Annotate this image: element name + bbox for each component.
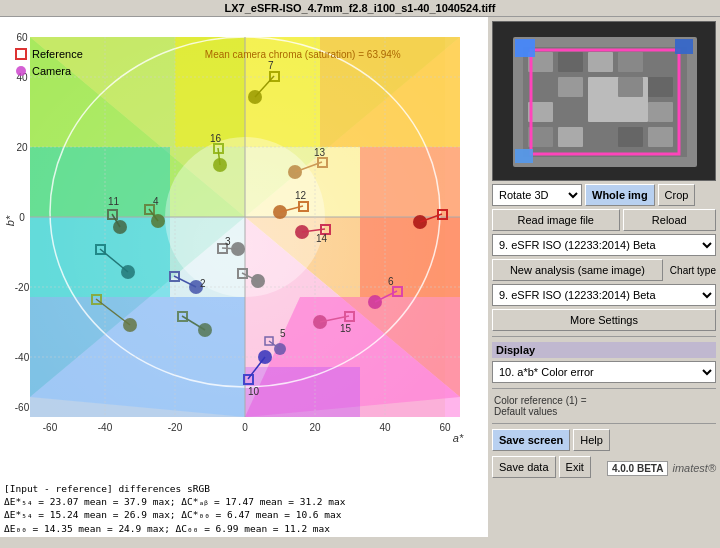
save-exit-buttons: Save data Exit <box>492 456 591 478</box>
new-analysis-row: New analysis (same image) Chart type <box>492 259 716 281</box>
imatest-logo: imatest® <box>672 462 716 474</box>
svg-text:6: 6 <box>388 276 394 287</box>
svg-rect-128 <box>558 102 583 122</box>
svg-text:15: 15 <box>340 323 352 334</box>
svg-rect-126 <box>648 77 673 97</box>
svg-rect-137 <box>675 39 693 54</box>
svg-text:13: 13 <box>314 147 326 158</box>
svg-rect-123 <box>558 77 583 97</box>
svg-marker-12 <box>360 147 460 297</box>
svg-line-75 <box>222 248 238 249</box>
svg-rect-119 <box>588 52 613 72</box>
window-title: LX7_eSFR-ISO_4.7mm_f2.8_i100_s1-40_10405… <box>225 2 496 14</box>
svg-rect-118 <box>558 52 583 72</box>
svg-text:b*: b* <box>4 215 16 226</box>
svg-text:10: 10 <box>248 386 260 397</box>
mean-chroma-text: Mean camera chroma (saturation) = 63.94% <box>205 49 401 60</box>
whole-img-button[interactable]: Whole img <box>585 184 655 206</box>
preview-image <box>492 21 716 181</box>
svg-text:20: 20 <box>309 422 321 433</box>
legend-camera-label: Camera <box>32 65 71 77</box>
svg-text:3: 3 <box>225 236 231 247</box>
svg-point-113 <box>16 66 26 76</box>
chart-type-select[interactable]: 9. eSFR ISO (12233:2014) Beta <box>492 284 716 306</box>
logo-section: 4.0.0 BETA imatest® <box>607 461 716 476</box>
help-button[interactable]: Help <box>573 429 610 451</box>
crop-button[interactable]: Crop <box>658 184 696 206</box>
chart-type-label: Chart type <box>670 265 716 276</box>
display-select[interactable]: 10. a*b* Color error <box>492 361 716 383</box>
view-controls-row: Rotate 3D Whole img Crop <box>492 184 716 206</box>
color-chart-svg: -60 -40 -20 0 20 40 60 a* 0 20 40 60 -20… <box>0 17 488 477</box>
analysis-select[interactable]: 9. eSFR ISO (12233:2014) Beta <box>492 234 716 256</box>
svg-text:-40: -40 <box>15 352 30 363</box>
version-badge: 4.0.0 BETA <box>607 461 669 476</box>
svg-text:14: 14 <box>316 233 328 244</box>
svg-text:0: 0 <box>19 212 25 223</box>
svg-text:5: 5 <box>280 328 286 339</box>
read-image-button[interactable]: Read image file <box>492 209 620 231</box>
svg-text:60: 60 <box>16 32 28 43</box>
svg-rect-131 <box>558 127 583 147</box>
svg-rect-132 <box>588 127 613 147</box>
color-ref-text: Color reference (1) = Default values <box>492 394 716 418</box>
svg-marker-14 <box>245 367 360 417</box>
legend-reference-label: Reference <box>32 48 83 60</box>
bottom-buttons-row: Save screen Help <box>492 429 716 451</box>
svg-text:16: 16 <box>210 133 222 144</box>
exit-row: Save data Exit 4.0.0 BETA imatest® <box>492 456 716 478</box>
stats-area: [Input - reference] differences sRGB ΔE*… <box>4 482 484 535</box>
svg-text:-20: -20 <box>15 282 30 293</box>
separator-1 <box>492 336 716 337</box>
chart-area: -60 -40 -20 0 20 40 60 a* 0 20 40 60 -20… <box>0 17 488 537</box>
svg-text:-40: -40 <box>98 422 113 433</box>
title-bar: LX7_eSFR-ISO_4.7mm_f2.8_i100_s1-40_10405… <box>0 0 720 17</box>
svg-text:0: 0 <box>242 422 248 433</box>
save-data-button[interactable]: Save data <box>492 456 556 478</box>
svg-text:7: 7 <box>268 60 274 71</box>
svg-text:2: 2 <box>200 278 206 289</box>
svg-text:a*: a* <box>453 432 464 444</box>
reload-button[interactable]: Reload <box>623 209 716 231</box>
svg-text:-20: -20 <box>168 422 183 433</box>
svg-text:40: 40 <box>379 422 391 433</box>
content-row: -60 -40 -20 0 20 40 60 a* 0 20 40 60 -20… <box>0 17 720 548</box>
svg-text:20: 20 <box>16 142 28 153</box>
svg-rect-112 <box>16 49 26 59</box>
svg-rect-125 <box>618 77 643 97</box>
more-settings-button[interactable]: More Settings <box>492 309 716 331</box>
separator-3 <box>492 423 716 424</box>
svg-text:4: 4 <box>153 196 159 207</box>
file-controls-row: Read image file Reload <box>492 209 716 231</box>
save-screen-button[interactable]: Save screen <box>492 429 570 451</box>
display-section-label: Display <box>492 342 716 358</box>
controls-section: Rotate 3D Whole img Crop Read image file… <box>492 184 716 478</box>
svg-text:11: 11 <box>108 196 120 207</box>
svg-text:-60: -60 <box>43 422 58 433</box>
svg-rect-134 <box>648 127 673 147</box>
svg-rect-138 <box>515 149 533 163</box>
svg-text:60: 60 <box>439 422 451 433</box>
svg-rect-120 <box>618 52 643 72</box>
separator-2 <box>492 388 716 389</box>
main-window: LX7_eSFR-ISO_4.7mm_f2.8_i100_s1-40_10405… <box>0 0 720 548</box>
svg-text:-60: -60 <box>15 402 30 413</box>
chart-legend: Reference Camera <box>14 47 83 81</box>
svg-text:12: 12 <box>295 190 307 201</box>
svg-rect-136 <box>515 39 535 57</box>
exit-button[interactable]: Exit <box>559 456 591 478</box>
rotate3d-select[interactable]: Rotate 3D <box>492 184 582 206</box>
camera-preview-svg <box>493 22 716 181</box>
new-analysis-button[interactable]: New analysis (same image) <box>492 259 663 281</box>
right-panel: Rotate 3D Whole img Crop Read image file… <box>488 17 720 537</box>
svg-rect-121 <box>648 52 673 72</box>
svg-rect-133 <box>618 127 643 147</box>
svg-rect-129 <box>648 102 673 122</box>
